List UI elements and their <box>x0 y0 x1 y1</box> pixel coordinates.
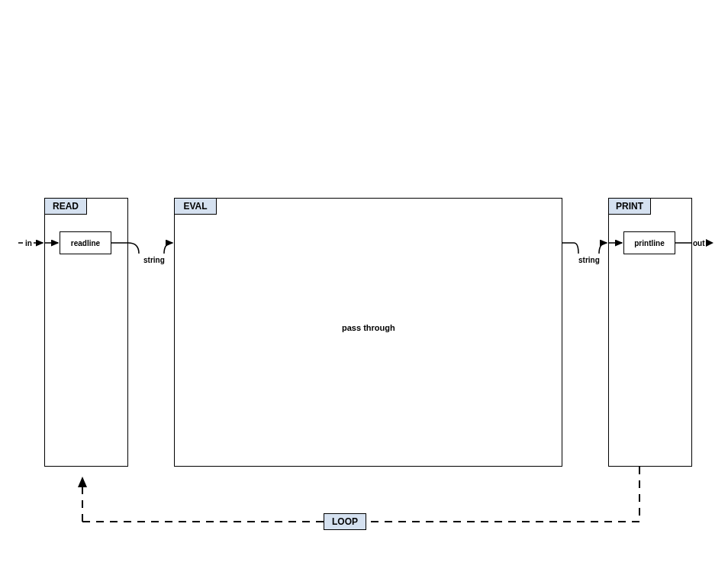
eval-header-label: EVAL <box>183 201 207 212</box>
string-label-2: string <box>578 256 600 264</box>
loop-header-label: LOOP <box>332 516 358 527</box>
read-header-label: READ <box>53 201 79 212</box>
printline-node: printline <box>623 231 675 254</box>
read-header: READ <box>44 198 87 215</box>
printline-label: printline <box>634 239 664 247</box>
print-header: PRINT <box>608 198 651 215</box>
print-header-label: PRINT <box>616 201 643 212</box>
in-label: in <box>25 239 32 247</box>
readline-label: readline <box>71 239 100 247</box>
readline-node: readline <box>60 231 111 254</box>
eval-header: EVAL <box>174 198 217 215</box>
passthrough-label: pass through <box>342 323 395 332</box>
string-label-1: string <box>143 256 165 264</box>
out-label: out <box>693 239 705 247</box>
eval-box <box>174 198 562 467</box>
loop-header: LOOP <box>324 513 366 530</box>
